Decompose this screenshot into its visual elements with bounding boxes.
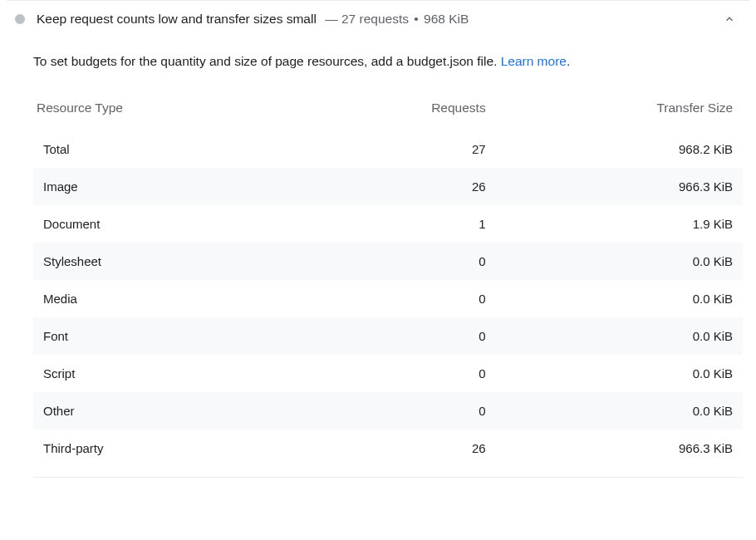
table-body: Total 27 968.2 KiB Image 26 966.3 KiB Do…	[33, 130, 743, 467]
audit-description: To set budgets for the quantity and size…	[33, 37, 743, 92]
cell-type: Other	[33, 392, 309, 430]
cell-requests: 26	[309, 430, 496, 467]
cell-type: Script	[33, 355, 309, 392]
col-resource-type: Resource Type	[33, 92, 309, 130]
table-row: Media 0 0.0 KiB	[33, 280, 743, 317]
status-dot-icon	[15, 14, 25, 24]
cell-size: 0.0 KiB	[496, 317, 743, 355]
table-row: Image 26 966.3 KiB	[33, 168, 743, 205]
cell-size: 0.0 KiB	[496, 355, 743, 392]
cell-size: 0.0 KiB	[496, 243, 743, 280]
resource-table: Resource Type Requests Transfer Size Tot…	[33, 92, 743, 467]
table-row: Stylesheet 0 0.0 KiB	[33, 243, 743, 280]
audit-title: Keep request counts low and transfer siz…	[37, 12, 317, 27]
cell-type: Image	[33, 168, 309, 205]
cell-size: 966.3 KiB	[496, 168, 743, 205]
summary-separator: •	[414, 12, 418, 26]
summary-requests: 27 requests	[341, 12, 409, 26]
audit-summary: — 27 requests • 968 KiB	[322, 12, 469, 27]
cell-requests: 0	[309, 355, 496, 392]
audit-body: To set budgets for the quantity and size…	[7, 37, 749, 484]
cell-requests: 1	[309, 205, 496, 243]
cell-type: Font	[33, 317, 309, 355]
col-transfer-size: Transfer Size	[496, 92, 743, 130]
summary-size: 968 KiB	[424, 12, 469, 26]
table-row: Document 1 1.9 KiB	[33, 205, 743, 243]
cell-requests: 0	[309, 392, 496, 430]
table-header-row: Resource Type Requests Transfer Size	[33, 92, 743, 130]
audit-header[interactable]: Keep request counts low and transfer siz…	[7, 0, 749, 37]
cell-type: Document	[33, 205, 309, 243]
col-requests: Requests	[309, 92, 496, 130]
cell-type: Stylesheet	[33, 243, 309, 280]
cell-requests: 0	[309, 243, 496, 280]
table-row: Total 27 968.2 KiB	[33, 130, 743, 168]
cell-type: Media	[33, 280, 309, 317]
cell-requests: 0	[309, 280, 496, 317]
table-row: Script 0 0.0 KiB	[33, 355, 743, 392]
chevron-up-icon[interactable]	[721, 11, 738, 27]
cell-type: Third-party	[33, 430, 309, 467]
cell-size: 0.0 KiB	[496, 280, 743, 317]
cell-requests: 27	[309, 130, 496, 168]
learn-more-link[interactable]: Learn more	[501, 54, 567, 68]
description-text: To set budgets for the quantity and size…	[33, 54, 501, 68]
cell-requests: 26	[309, 168, 496, 205]
cell-size: 966.3 KiB	[496, 430, 743, 467]
cell-size: 0.0 KiB	[496, 392, 743, 430]
divider	[33, 477, 743, 478]
cell-size: 968.2 KiB	[496, 130, 743, 168]
cell-size: 1.9 KiB	[496, 205, 743, 243]
table-row: Font 0 0.0 KiB	[33, 317, 743, 355]
audit-item: Keep request counts low and transfer siz…	[0, 0, 756, 484]
cell-requests: 0	[309, 317, 496, 355]
cell-type: Total	[33, 130, 309, 168]
table-row: Other 0 0.0 KiB	[33, 392, 743, 430]
table-row: Third-party 26 966.3 KiB	[33, 430, 743, 467]
summary-prefix: —	[325, 12, 338, 26]
description-period: .	[567, 54, 570, 68]
